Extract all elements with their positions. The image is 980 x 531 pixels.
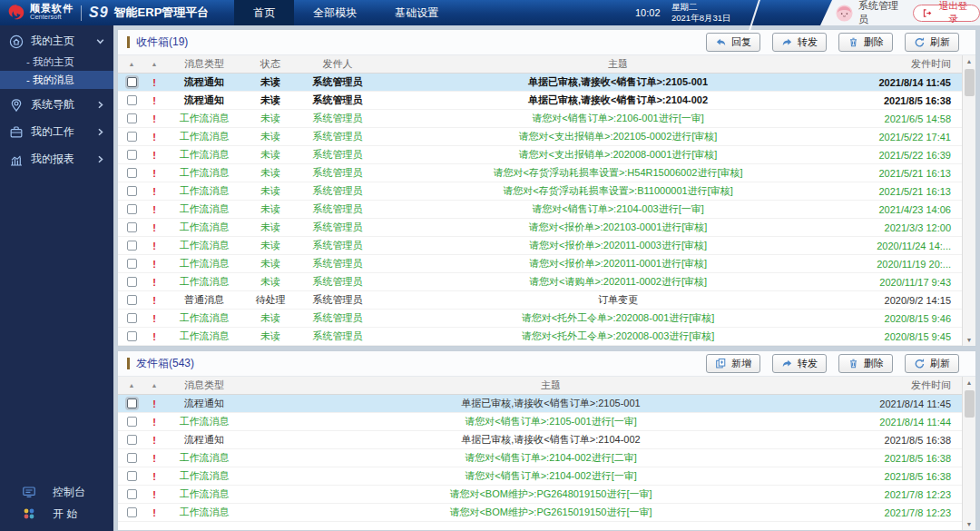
refresh-button[interactable]: 刷新 bbox=[905, 354, 959, 373]
table-row[interactable]: !工作流消息未读系统管理员请您对<托外工令单>:202008-001进行[审核]… bbox=[118, 310, 962, 328]
outbox-scrollbar[interactable]: ▲ ▼ bbox=[962, 377, 975, 530]
forward-button[interactable]: 转发 bbox=[772, 354, 827, 373]
delete-button[interactable]: 删除 bbox=[838, 33, 893, 52]
row-checkbox[interactable] bbox=[127, 295, 137, 305]
sidebar-subitem[interactable]: 我的主页 bbox=[0, 53, 113, 71]
table-row[interactable]: !流程通知单据已审核,请接收<销售订单>:2104-0022021/8/5 16… bbox=[118, 431, 962, 449]
table-row[interactable]: !流程通知未读系统管理员单据已审核,请接收<销售订单>:2105-0012021… bbox=[118, 74, 962, 92]
row-checkbox[interactable] bbox=[127, 453, 137, 463]
inbox-table-header: ▲▲消息类型状态发件人主题发件时间 bbox=[118, 55, 962, 74]
scroll-up-icon[interactable]: ▲ bbox=[966, 377, 973, 388]
sidebar-item-label: 我的报表 bbox=[31, 152, 95, 167]
row-checkbox[interactable] bbox=[127, 507, 137, 517]
refresh-button[interactable]: 刷新 bbox=[905, 33, 959, 52]
reply-button[interactable]: 回复 bbox=[706, 33, 760, 52]
table-row[interactable]: !工作流消息请您对<BOM维护>:PG2615019150进行[一审]2021/… bbox=[118, 504, 962, 522]
row-checkbox[interactable] bbox=[127, 77, 137, 87]
priority-flag: ! bbox=[145, 164, 163, 182]
row-checkbox[interactable] bbox=[127, 222, 137, 232]
checkbox-cell bbox=[118, 128, 145, 145]
row-checkbox[interactable] bbox=[127, 331, 137, 341]
new-button[interactable]: 新增 bbox=[706, 354, 760, 373]
row-checkbox[interactable] bbox=[127, 204, 137, 214]
message-subject: 单据已审核,请接收<销售订单>:2104-002 bbox=[245, 431, 857, 448]
table-row[interactable]: !工作流消息未读系统管理员请您对<托外工令单>:202008-003进行[审核]… bbox=[118, 328, 962, 346]
table-row[interactable]: !工作流消息请您对<销售订单>:2104-002进行[一审]2021/8/5 1… bbox=[118, 467, 962, 486]
row-checkbox[interactable] bbox=[127, 489, 137, 499]
sidebar-item[interactable]: 我的主页 bbox=[0, 30, 113, 53]
table-row[interactable]: !工作流消息请您对<BOM维护>:PG2648019150进行[一审]2021/… bbox=[118, 486, 962, 504]
logout-label: 退出登录 bbox=[936, 0, 971, 25]
sidebar-item[interactable]: 我的工作 bbox=[0, 121, 113, 143]
sidebar-item[interactable]: 系统导航 bbox=[0, 93, 113, 116]
inbox-panel: 收件箱(19) 回复转发删除刷新 ▲▲消息类型状态发件人主题发件时间 !流程通知… bbox=[117, 29, 976, 347]
row-checkbox[interactable] bbox=[127, 132, 137, 142]
row-checkbox[interactable] bbox=[127, 435, 137, 445]
table-row[interactable]: !工作流消息未读系统管理员请您对<销售订单>:2106-001进行[一审]202… bbox=[118, 110, 962, 128]
row-checkbox[interactable] bbox=[127, 150, 137, 160]
scroll-up-icon[interactable]: ▲ bbox=[966, 55, 973, 67]
column-header-date: 发件时间 bbox=[857, 377, 962, 394]
table-row[interactable]: !工作流消息未读系统管理员请您对<报价单>:202103-0001进行[审核]2… bbox=[118, 219, 962, 237]
sidebar-item[interactable]: 我的报表 bbox=[0, 148, 113, 171]
scroll-thumb[interactable] bbox=[965, 69, 975, 96]
nav-tab[interactable]: 首页 bbox=[234, 0, 294, 25]
sidebar-footer-item[interactable]: 控制台 bbox=[0, 482, 113, 502]
message-sender: 系统管理员 bbox=[296, 328, 379, 345]
row-checkbox[interactable] bbox=[127, 95, 137, 105]
row-checkbox[interactable] bbox=[127, 259, 137, 269]
scroll-down-icon[interactable]: ▼ bbox=[966, 334, 973, 346]
row-checkbox[interactable] bbox=[127, 113, 137, 123]
row-checkbox[interactable] bbox=[127, 313, 137, 323]
message-type: 工作流消息 bbox=[163, 504, 245, 521]
table-row[interactable]: !工作流消息未读系统管理员请您对<报价单>:202011-0003进行[审核]2… bbox=[118, 237, 962, 255]
message-date: 2020/9/2 14:15 bbox=[857, 291, 962, 309]
message-date: 2021/4/23 14:06 bbox=[857, 201, 962, 218]
message-sender: 系统管理员 bbox=[296, 74, 379, 91]
table-row[interactable]: !工作流消息未读系统管理员请您对<报价单>:202011-0001进行[审核]2… bbox=[118, 255, 962, 273]
table-row[interactable]: !工作流消息请您对<销售订单>:2104-002进行[二审]2021/8/5 1… bbox=[118, 449, 962, 467]
forward-button[interactable]: 转发 bbox=[772, 33, 827, 52]
table-row[interactable]: !工作流消息未读系统管理员请您对<销售订单>:2104-003进行[一审]202… bbox=[118, 201, 962, 219]
row-checkbox[interactable] bbox=[127, 186, 137, 196]
table-row[interactable]: !工作流消息未读系统管理员请您对<请购单>:202011-0002进行[审核]2… bbox=[118, 273, 962, 291]
logout-button[interactable]: 退出登录 bbox=[913, 5, 980, 22]
table-row[interactable]: !流程通知未读系统管理员单据已审核,请接收<销售订单>:2104-0022021… bbox=[118, 92, 962, 110]
inbox-toolbar: 回复转发删除刷新 bbox=[706, 33, 966, 52]
scroll-thumb[interactable] bbox=[965, 390, 975, 418]
table-row[interactable]: !流程通知单据已审核,请接收<销售订单>:2105-0012021/8/14 1… bbox=[118, 395, 962, 413]
sort-checkbox-column[interactable]: ▲ bbox=[118, 55, 145, 73]
nav-tab[interactable]: 基础设置 bbox=[376, 0, 457, 25]
scroll-down-icon[interactable]: ▼ bbox=[966, 518, 973, 530]
sort-priority-column[interactable]: ▲ bbox=[145, 55, 163, 73]
sort-priority-column[interactable]: ▲ bbox=[145, 377, 163, 394]
table-row[interactable]: !工作流消息请您对<销售订单>:2105-001进行[一审]2021/8/14 … bbox=[118, 413, 962, 431]
row-checkbox[interactable] bbox=[127, 241, 137, 251]
message-status: 未读 bbox=[245, 110, 296, 127]
nav-tab[interactable]: 全部模块 bbox=[294, 0, 376, 25]
row-checkbox[interactable] bbox=[127, 471, 137, 481]
user-avatar[interactable] bbox=[836, 5, 853, 22]
table-row[interactable]: !工作流消息未读系统管理员请您对<存货浮动耗损率设置>:B11000001进行[… bbox=[118, 182, 962, 201]
message-date: 2021/8/5 16:38 bbox=[857, 92, 962, 109]
sort-checkbox-column[interactable]: ▲ bbox=[118, 377, 145, 394]
message-status: 未读 bbox=[245, 237, 296, 254]
message-type: 工作流消息 bbox=[163, 110, 245, 127]
table-row[interactable]: !工作流消息未读系统管理员请您对<存货浮动耗损率设置>:H54R15006002… bbox=[118, 164, 962, 182]
sidebar-footer-item[interactable]: 开 始 bbox=[0, 504, 113, 524]
sidebar-subitem[interactable]: 我的消息 bbox=[0, 71, 113, 89]
priority-flag: ! bbox=[145, 219, 163, 236]
message-type: 工作流消息 bbox=[163, 237, 245, 254]
compass-icon bbox=[9, 98, 24, 113]
delete-button[interactable]: 删除 bbox=[838, 354, 893, 373]
table-row[interactable]: !工作流消息未读系统管理员请您对<支出报销单>:202105-0002进行[审核… bbox=[118, 128, 962, 146]
message-date: 2020/11/19 20:... bbox=[857, 255, 962, 272]
row-checkbox[interactable] bbox=[127, 417, 137, 427]
table-row[interactable]: !普通消息待处理系统管理员订单变更2020/9/2 14:15 bbox=[118, 291, 962, 310]
row-checkbox[interactable] bbox=[127, 398, 137, 408]
inbox-scrollbar[interactable]: ▲ ▼ bbox=[962, 55, 975, 346]
table-row[interactable]: !工作流消息未读系统管理员请您对<支出报销单>:202008-0001进行[审核… bbox=[118, 146, 962, 164]
row-checkbox[interactable] bbox=[127, 168, 137, 178]
row-checkbox[interactable] bbox=[127, 277, 137, 287]
message-type: 流程通知 bbox=[163, 431, 245, 448]
